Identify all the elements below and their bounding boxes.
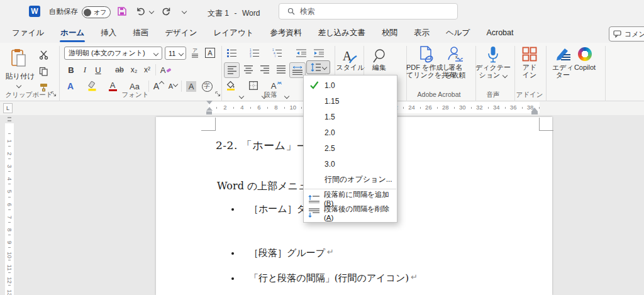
eraser-icon xyxy=(166,67,172,73)
tab-review[interactable]: 校閲 xyxy=(374,23,406,43)
right-indent-marker[interactable] xyxy=(531,108,538,114)
v-ruler-number: 7 xyxy=(6,213,13,221)
superscript-button[interactable]: x² xyxy=(141,63,153,77)
acrobat-group-label: Adobe Acrobat xyxy=(409,91,469,98)
line-spacing-menu: 1.0 1.15 1.5 2.0 2.5 3.0 行間のオプション... 段落前… xyxy=(303,75,397,223)
addins-button[interactable] xyxy=(521,45,538,63)
menu-item-add-space-before[interactable]: 段落前に間隔を追加(B) xyxy=(304,191,397,206)
paste-icon xyxy=(11,48,27,67)
tab-references[interactable]: 参考資料 xyxy=(262,23,309,43)
add-space-before-icon xyxy=(308,194,319,203)
tab-file[interactable]: ファイル xyxy=(4,23,52,43)
undo-icon xyxy=(136,6,146,16)
character-shading-button[interactable]: A xyxy=(184,79,198,93)
justify-button[interactable] xyxy=(274,62,288,77)
tab-mailings[interactable]: 差し込み文書 xyxy=(309,23,374,43)
editor-button[interactable] xyxy=(553,45,572,63)
strikethrough-button[interactable]: ab xyxy=(112,63,127,77)
paste-dropdown-chevron-icon[interactable] xyxy=(16,83,21,88)
increase-indent-button[interactable] xyxy=(312,47,326,59)
menu-item-remove-space-after[interactable]: 段落後の間隔を削除(A) xyxy=(304,206,397,220)
comments-button[interactable]: コメント xyxy=(609,26,644,42)
left-indent-marker[interactable] xyxy=(206,111,212,114)
numbering-button[interactable]: 123 xyxy=(248,47,260,59)
multilevel-list-button[interactable]: 1ai xyxy=(270,47,283,59)
dictate-label-line1: ディクテー xyxy=(475,64,511,71)
ruby-button[interactable]: ア xyxy=(189,47,201,60)
h-ruler-tick xyxy=(505,107,506,109)
cut-button[interactable] xyxy=(36,48,50,62)
tab-layout[interactable]: レイアウト xyxy=(205,23,262,43)
h-ruler-tick xyxy=(454,107,455,109)
request-signature-button[interactable]: x xyxy=(445,45,465,64)
align-right-button[interactable] xyxy=(257,62,272,77)
align-center-button[interactable] xyxy=(241,62,255,77)
styles-button[interactable]: A xyxy=(340,47,361,65)
font-name-combo[interactable]: 游明朝 (本文のフォント) xyxy=(64,47,162,60)
italic-button[interactable]: I xyxy=(78,63,92,77)
menu-item-2.0[interactable]: 2.0 xyxy=(304,125,397,140)
highlight-color-button[interactable] xyxy=(86,79,98,93)
signature-label-line1: 署名 xyxy=(443,64,468,71)
clear-formatting-button[interactable]: A xyxy=(158,63,174,77)
first-line-indent-marker[interactable] xyxy=(206,101,213,104)
tab-design[interactable]: デザイン xyxy=(157,23,205,43)
text-effects-button[interactable]: A xyxy=(64,79,77,93)
font-dialog-launcher[interactable] xyxy=(215,91,221,97)
copilot-button[interactable] xyxy=(577,46,593,62)
font-size-combo[interactable]: 11 xyxy=(165,47,186,60)
subscript-button[interactable]: x₂ xyxy=(128,63,140,77)
autosave-toggle[interactable]: オフ xyxy=(82,6,111,18)
undo-dropdown-chevron-icon[interactable] xyxy=(149,9,154,14)
quick-access-overflow-chevron-icon[interactable] xyxy=(182,9,187,14)
bold-button[interactable]: B xyxy=(64,63,78,77)
bullets-button[interactable] xyxy=(225,47,238,59)
shading-button[interactable] xyxy=(224,79,238,92)
menu-item-1.5[interactable]: 1.5 xyxy=(304,109,397,125)
copy-button[interactable] xyxy=(36,64,50,78)
menu-item-1.0[interactable]: 1.0 xyxy=(304,77,397,93)
tab-draw[interactable]: 描画 xyxy=(125,23,157,43)
redo-icon xyxy=(161,6,171,16)
editing-button[interactable] xyxy=(370,47,389,65)
v-ruler-band[interactable]: 12345678910111213 xyxy=(5,123,14,295)
undo-button[interactable] xyxy=(136,6,146,16)
h-ruler-number: 26 xyxy=(425,104,432,111)
dictate-button[interactable] xyxy=(484,45,502,65)
menu-item-line-spacing-options[interactable]: 行間のオプション... xyxy=(304,172,397,187)
create-pdf-button[interactable] xyxy=(415,45,438,64)
h-ruler-tick xyxy=(233,107,234,109)
ruby-lines-icon xyxy=(192,53,198,58)
v-ruler-number: 6 xyxy=(6,200,13,209)
character-border-button[interactable]: A xyxy=(204,47,216,59)
search-box[interactable]: 検索 xyxy=(279,3,458,19)
menu-item-3.0[interactable]: 3.0 xyxy=(304,156,397,172)
tab-selector[interactable]: L xyxy=(3,103,13,113)
save-button[interactable] xyxy=(117,6,127,16)
h-ruler-number: 8 xyxy=(274,104,277,111)
bullets-chevron-icon[interactable] xyxy=(239,94,244,99)
v-ruler-tick xyxy=(8,146,11,147)
decrease-indent-button[interactable] xyxy=(294,47,308,59)
line-spacing-button[interactable] xyxy=(306,60,330,74)
menu-item-1.15[interactable]: 1.15 xyxy=(304,93,397,109)
underline-button[interactable]: U xyxy=(92,63,104,77)
remove-space-after-icon xyxy=(308,208,319,218)
enclose-characters-button[interactable]: 字 xyxy=(200,79,214,93)
tab-insert[interactable]: 挿入 xyxy=(92,23,125,43)
word-logo-icon[interactable]: W xyxy=(29,6,40,17)
hanging-indent-marker[interactable] xyxy=(206,107,213,111)
h-ruler-number: 32 xyxy=(476,104,483,111)
tab-acrobat[interactable]: Acrobat xyxy=(478,23,521,43)
align-right-icon xyxy=(260,65,269,74)
redo-button[interactable] xyxy=(161,6,171,16)
tab-help[interactable]: ヘルプ xyxy=(438,23,478,43)
tab-home[interactable]: ホーム xyxy=(52,23,92,43)
tab-view[interactable]: 表示 xyxy=(406,23,438,43)
menu-item-2.5[interactable]: 2.5 xyxy=(304,140,397,156)
paste-button[interactable] xyxy=(8,47,30,69)
align-left-button[interactable] xyxy=(224,62,240,78)
microphone-icon xyxy=(487,46,499,64)
v-ruler-tick xyxy=(8,222,11,223)
clipboard-dialog-launcher[interactable] xyxy=(51,91,57,97)
